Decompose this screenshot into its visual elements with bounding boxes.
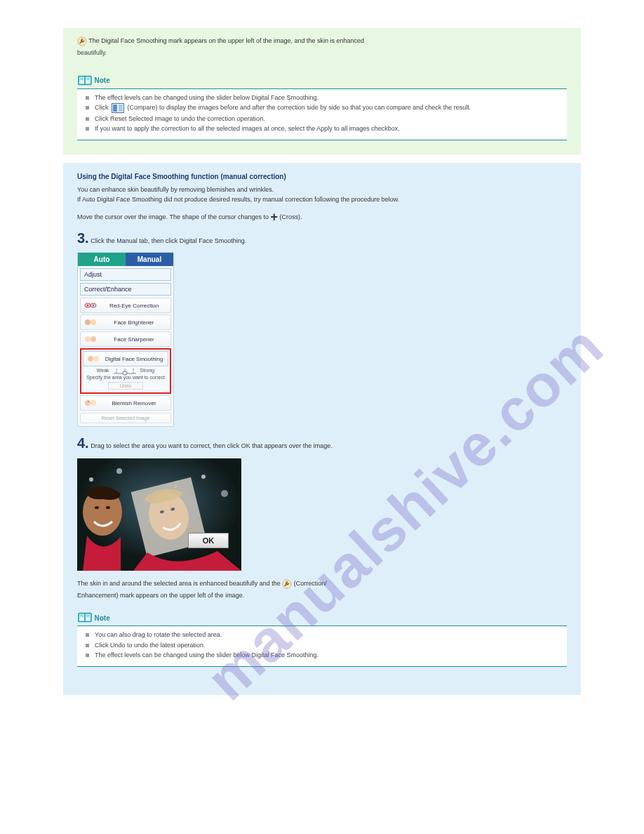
manual-desc2: If Auto Digital Face Smoothing did not p… — [77, 196, 567, 203]
bullet-icon — [86, 654, 89, 657]
note-bullet: The effect levels can be changed using t… — [86, 93, 567, 102]
bullet-icon — [86, 644, 89, 647]
svg-point-21 — [90, 359, 90, 360]
note-label: Note — [95, 614, 110, 622]
svg-point-35 — [89, 477, 93, 482]
step4-result: The skin in and around the selected area… — [77, 579, 567, 589]
selected-smoothing-area: Digital Face Smoothing Weak 123 Strong S… — [80, 348, 171, 394]
svg-point-16 — [90, 319, 96, 325]
face-brightener-icon — [83, 317, 98, 327]
svg-point-31 — [85, 400, 90, 406]
blemish-icon — [83, 398, 98, 408]
svg-point-14 — [93, 305, 94, 306]
reset-selected-image-button[interactable]: Reset Selected Image — [80, 413, 171, 423]
undo-button[interactable]: Undo — [108, 382, 143, 390]
section-correct-enhance[interactable]: Correct/Enhance — [80, 283, 171, 296]
svg-text:3: 3 — [133, 369, 135, 371]
svg-rect-10 — [119, 105, 123, 112]
section-manual: manualshive.com Using the Digital Face S… — [63, 163, 581, 694]
svg-text:2: 2 — [124, 369, 126, 371]
svg-point-18 — [90, 336, 96, 342]
manual-desc1: You can enhance skin beautifully by remo… — [77, 186, 567, 193]
note-block: Note The effect levels can be changed us… — [77, 74, 567, 140]
section-auto-note: The Digital Face Smoothing mark appears … — [63, 28, 581, 154]
svg-point-12 — [87, 305, 88, 306]
svg-rect-9 — [113, 105, 117, 112]
face-brightener-button[interactable]: Face Brightener — [80, 315, 171, 330]
step-3-desc: Click the Manual tab, then click Digital… — [90, 237, 246, 244]
svg-point-22 — [93, 356, 99, 362]
cursor-change-line: Move the cursor over the image. The shap… — [77, 210, 567, 225]
note-bullet: Click Reset Selected Image to undo the c… — [86, 114, 567, 123]
wrench-mark-icon — [77, 37, 87, 46]
svg-point-37 — [201, 475, 206, 479]
bullet-icon — [86, 127, 89, 131]
note-book-icon — [77, 611, 93, 624]
svg-rect-30 — [123, 371, 127, 375]
svg-point-19 — [88, 356, 93, 362]
bullet-icon — [86, 633, 89, 637]
step-4-desc: Drag to select the area you want to corr… — [90, 442, 333, 449]
sample-photo: OK — [77, 458, 241, 571]
ok-button[interactable]: OK — [188, 533, 229, 548]
step3-result-line2: beautifully. — [77, 49, 567, 56]
smoothing-icon — [86, 354, 100, 364]
digital-face-smoothing-button[interactable]: Digital Face Smoothing — [83, 351, 168, 366]
svg-point-38 — [221, 490, 228, 497]
step3-result-line1: The Digital Face Smoothing mark appears … — [77, 37, 567, 46]
bullet-icon — [86, 106, 89, 110]
face-sharpener-button[interactable]: Face Sharpener — [80, 331, 171, 347]
svg-text:1: 1 — [116, 369, 118, 371]
bullet-icon — [86, 96, 89, 100]
step-3-number: 3. — [77, 230, 89, 246]
effect-slider[interactable]: Weak 123 Strong — [83, 366, 168, 374]
bullet-icon — [86, 117, 89, 121]
red-eye-icon — [83, 300, 98, 310]
note-bullet: Click (Compare) to display the images be… — [86, 103, 567, 113]
tab-manual[interactable]: Manual — [126, 253, 173, 266]
note-bullet: The effect levels can be changed using t… — [86, 651, 567, 659]
svg-point-42 — [106, 506, 110, 509]
tab-auto[interactable]: Auto — [78, 253, 126, 266]
slider-track[interactable]: 123 — [112, 369, 137, 373]
svg-point-20 — [90, 358, 91, 359]
svg-point-36 — [116, 468, 122, 474]
svg-point-15 — [85, 319, 90, 325]
section-adjust[interactable]: Adjust — [80, 268, 171, 281]
wrench-mark-icon — [282, 579, 292, 589]
red-eye-correction-button[interactable]: Red-Eye Correction — [80, 298, 171, 313]
note-book-icon — [77, 74, 93, 87]
blemish-remover-button[interactable]: Blemish Remover — [80, 395, 171, 411]
cross-cursor-icon: + — [270, 210, 278, 225]
compare-icon — [112, 103, 124, 113]
note-label: Note — [95, 77, 110, 84]
face-sharpener-icon — [83, 334, 98, 344]
note-bullet: If you want to apply the correction to a… — [86, 124, 567, 133]
svg-point-41 — [95, 506, 99, 509]
note-bullet: You can also drag to rotate the selected… — [86, 630, 567, 639]
step4-result-2: Enhancement) mark appears on the upper l… — [77, 592, 567, 599]
svg-point-32 — [88, 402, 89, 403]
note-block-manual: Note You can also drag to rotate the sel… — [77, 611, 567, 666]
step-4-number: 4. — [77, 435, 89, 451]
svg-point-33 — [90, 400, 96, 406]
svg-point-17 — [85, 336, 90, 342]
manual-heading: Using the Digital Face Smoothing functio… — [77, 173, 567, 180]
correction-panel: Auto Manual Adjust Correct/Enhance Red-E… — [77, 252, 174, 427]
photo-illustration — [77, 458, 241, 571]
note-bullet: Click Undo to undo the latest operation. — [86, 641, 567, 649]
